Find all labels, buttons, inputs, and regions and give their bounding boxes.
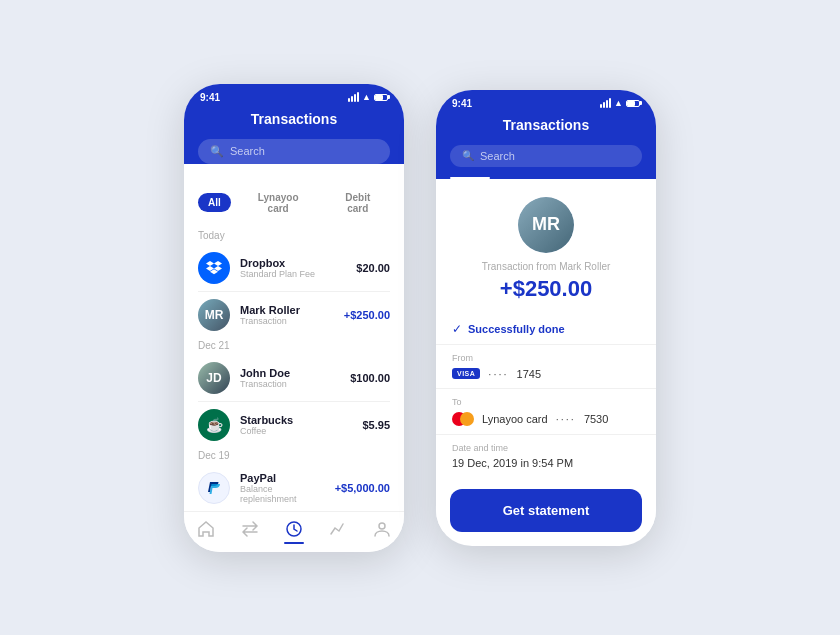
tx-mark-info: Mark Roller Transaction xyxy=(240,304,334,326)
tx-starbucks-desc: Coffee xyxy=(240,426,352,436)
nav-clock[interactable] xyxy=(285,520,303,538)
to-section: To Lynayoo card ···· 7530 xyxy=(436,389,656,435)
from-label: From xyxy=(452,353,640,363)
search-bar-1[interactable]: 🔍 Search xyxy=(198,139,390,164)
tab-all[interactable]: All xyxy=(198,193,231,212)
tx-mark-name: Mark Roller xyxy=(240,304,334,316)
battery-tip xyxy=(388,95,390,99)
john-avatar: JD xyxy=(198,362,230,394)
phone2-title: Transactions xyxy=(436,113,656,145)
filter-tabs: All Lynayoo card Debit card xyxy=(184,178,404,228)
to-name: Lynayoo card xyxy=(482,413,548,425)
tx-starbucks-name: Starbucks xyxy=(240,414,352,426)
detail-subtitle: Transaction from Mark Roller xyxy=(436,261,656,272)
tx-dropbox-name: Dropbox xyxy=(240,257,346,269)
bar2b xyxy=(603,102,605,108)
tx-paypal-desc: Balance replenishment xyxy=(240,484,325,504)
phone2-header: 9:41 ▲ Transactions 🔍 xyxy=(436,90,656,179)
phones-container: 9:41 ▲ Transactions 🔍 xyxy=(154,54,686,582)
tx-mark-desc: Transaction xyxy=(240,316,334,326)
tx-starbucks[interactable]: ☕ Starbucks Coffee $5.95 xyxy=(184,402,404,448)
signal-icon-2 xyxy=(600,98,611,108)
nav-chart[interactable] xyxy=(329,520,347,538)
tx-starbucks-info: Starbucks Coffee xyxy=(240,414,352,436)
detail-amount: +$250.00 xyxy=(436,276,656,302)
detail-person-avatar: MR xyxy=(518,197,574,253)
tx-dropbox-desc: Standard Plan Fee xyxy=(240,269,346,279)
status-icons-1: ▲ xyxy=(348,92,388,102)
tx-dropbox[interactable]: Dropbox Standard Plan Fee $20.00 xyxy=(184,245,404,291)
wifi-icon: ▲ xyxy=(362,92,371,102)
tx-dropbox-info: Dropbox Standard Plan Fee xyxy=(240,257,346,279)
tx-john-desc: Transaction xyxy=(240,379,340,389)
underline-indicator xyxy=(450,177,490,179)
bar1 xyxy=(348,98,350,102)
bar4b xyxy=(609,98,611,108)
datetime-value: 19 Dec, 2019 in 9:54 PM xyxy=(452,457,640,469)
tx-paypal-amount: +$5,000.00 xyxy=(335,482,390,494)
battery-icon xyxy=(374,94,388,101)
phone-2: 9:41 ▲ Transactions 🔍 xyxy=(436,90,656,546)
signal-icon xyxy=(348,92,359,102)
section-dec19: Dec 19 xyxy=(184,448,404,465)
tx-paypal[interactable]: PayPal Balance replenishment +$5,000.00 xyxy=(184,465,404,511)
paypal-icon xyxy=(198,472,230,504)
mark-avatar: MR xyxy=(198,299,230,331)
datetime-label: Date and time xyxy=(452,443,640,453)
check-icon: ✓ xyxy=(452,322,462,336)
tx-john-info: John Doe Transaction xyxy=(240,367,340,389)
to-last4: 7530 xyxy=(584,413,608,425)
phone1-header: 9:41 ▲ Transactions 🔍 xyxy=(184,84,404,164)
visa-badge: VISA xyxy=(452,368,480,379)
tx-john-name: John Doe xyxy=(240,367,340,379)
battery-icon-2 xyxy=(626,100,640,107)
bar3b xyxy=(606,100,608,108)
phone-1: 9:41 ▲ Transactions 🔍 xyxy=(184,84,404,552)
search-text-1: Search xyxy=(230,145,265,157)
to-label: To xyxy=(452,397,640,407)
tx-john-amount: $100.00 xyxy=(350,372,390,384)
date-section: Date and time 19 Dec, 2019 in 9:54 PM xyxy=(436,435,656,479)
tx-mark[interactable]: MR Mark Roller Transaction +$250.00 xyxy=(184,292,404,338)
search-bar-2[interactable]: 🔍 Search xyxy=(450,145,642,167)
nav-person[interactable] xyxy=(373,520,391,538)
tx-mark-amount: +$250.00 xyxy=(344,309,390,321)
search-icon-1: 🔍 xyxy=(210,145,224,158)
nav-home[interactable] xyxy=(197,520,215,538)
status-row: ✓ Successfully done xyxy=(436,314,656,345)
bar2 xyxy=(351,96,353,102)
tab-debit[interactable]: Debit card xyxy=(326,188,390,218)
detail-avatar: MR xyxy=(518,197,574,253)
battery-fill xyxy=(375,95,383,100)
tx-john[interactable]: JD John Doe Transaction $100.00 xyxy=(184,355,404,401)
from-row: VISA ···· 1745 xyxy=(452,368,640,380)
bar1b xyxy=(600,104,602,108)
status-time-1: 9:41 xyxy=(200,92,220,103)
to-row: Lynayoo card ···· 7530 xyxy=(452,412,640,426)
tx-dropbox-amount: $20.00 xyxy=(356,262,390,274)
section-dec21: Dec 21 xyxy=(184,338,404,355)
phone1-body: All Lynayoo card Debit card Today xyxy=(184,178,404,511)
tx-paypal-name: PayPal xyxy=(240,472,325,484)
phone2-body: MR Transaction from Mark Roller +$250.00… xyxy=(436,197,656,532)
tx-paypal-info: PayPal Balance replenishment xyxy=(240,472,325,504)
bottom-nav xyxy=(184,511,404,552)
status-time-2: 9:41 xyxy=(452,98,472,109)
to-dots: ···· xyxy=(556,413,576,425)
starbucks-icon: ☕ xyxy=(198,409,230,441)
tab-lynayoo[interactable]: Lynayoo card xyxy=(239,188,318,218)
search-icon-2: 🔍 xyxy=(462,150,474,161)
battery-tip-2 xyxy=(640,101,642,105)
bar4 xyxy=(357,92,359,102)
status-bar-2: 9:41 ▲ xyxy=(436,90,656,113)
wifi-icon-2: ▲ xyxy=(614,98,623,108)
nav-transfer[interactable] xyxy=(241,520,259,538)
from-dots: ···· xyxy=(488,368,508,380)
dropbox-icon xyxy=(198,252,230,284)
mastercard-icon xyxy=(452,412,474,426)
status-bar-1: 9:41 ▲ xyxy=(184,84,404,107)
tx-starbucks-amount: $5.95 xyxy=(362,419,390,431)
get-statement-button[interactable]: Get statement xyxy=(450,489,642,532)
svg-point-1 xyxy=(379,523,385,529)
phone1-title: Transactions xyxy=(184,107,404,139)
